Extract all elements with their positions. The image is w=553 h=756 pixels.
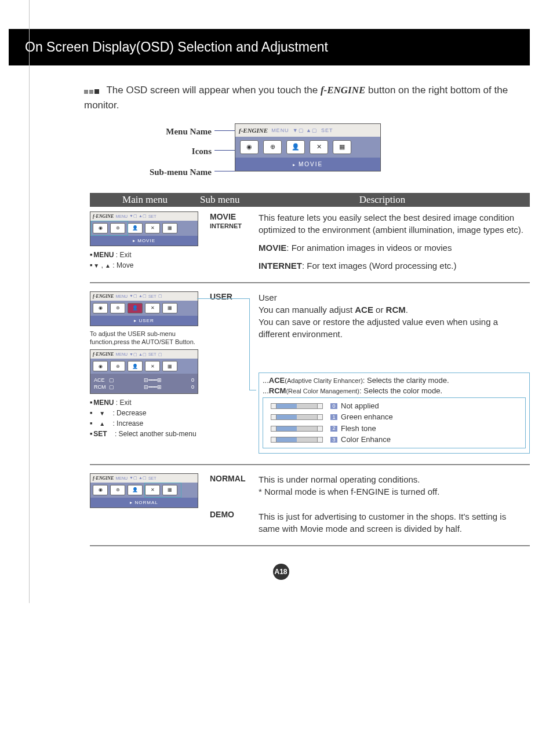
connector-line [214,171,235,171]
desc-movie-t: : For animation images in videos or movi… [286,243,452,253]
intro-text: The OSD screen will appear when you touc… [84,83,530,113]
demo-icon: ▦ [333,140,351,154]
connector-line [214,150,235,151]
header-sub: Sub menu [200,194,281,206]
desc-movie-internet: This feature lets you easily select the … [259,211,530,236]
desc-internet-t: : For text images (Word processing etc.) [302,261,456,271]
divider [90,464,530,465]
user-icon: 👤 [286,140,305,154]
header-main: Main menu [90,194,200,206]
user-line2: You can save or restore the adjusted val… [259,316,530,340]
connector-line [197,298,249,299]
desc-movie-b: MOVIE [259,243,286,253]
desc-normal-note: * Normal mode is when f-ENGINE is turned… [259,485,530,498]
bullet-squares [84,83,100,98]
user-line1: You can manually adjust ACE or RCM. [259,304,530,316]
table-header: Main menu Sub menu Description [90,193,530,207]
sub-normal: NORMAL [210,473,252,484]
controls-legend-user: MENU : Exit : Decrease : Increase SET : … [90,397,203,439]
section-user: f-ENGINEMENU▼▢ ▲▢SET▢ ◉⊕👤✕▦ ▸ USER To ad… [90,291,530,454]
section-normal: f-ENGINEMENU▼▢ ▲▢SET ◉⊕👤✕▦ ▸ NORMAL NORM… [90,473,530,535]
normal-icon: ✕ [310,140,328,154]
label-menu-name: Menu Name [113,127,212,137]
intro-p1: The OSD screen will appear when you touc… [106,85,320,96]
osd-brand: f-ENGINE [239,127,268,134]
osd-tag-set: SET [321,127,333,133]
sub-movie: MOVIE [210,211,252,222]
osd-icon-row: ◉ ⊕ 👤 ✕ ▦ [235,137,380,158]
movie-icon: ◉ [240,140,259,154]
osd-mini-ace-rcm: f-ENGINEMENU▼▢ ▲▢SET▢ ◉⊕👤✕▦ ACE▢⊟━━━⊞0 R… [90,349,198,394]
user-adjust-note: To adjust the USER sub-menu function,pre… [90,330,203,346]
sub-demo: DEMO [210,509,252,520]
desc-internet-b: INTERNET [259,261,302,271]
header-desc: Description [281,194,530,206]
page-title: On Screen Display(OSD) Selection and Adj… [9,29,530,65]
divider [90,282,530,283]
label-sub-menu-name: Sub-menu Name [113,167,212,177]
rcm-options: 0Not applied 1Green enhance 2Flesh tone … [263,397,526,448]
osd-top-bar: f-ENGINE MENU ▼▢ ▲▢ SET [235,124,380,137]
user-title: User [259,291,530,304]
desc-normal: This is under normal operating condition… [259,473,530,485]
connector-line [214,130,235,131]
connector-line [249,390,256,390]
fengine-logo-text: f-ENGINE [321,85,365,96]
connector-line [249,298,250,390]
vertical-rule [29,0,30,603]
label-icons: Icons [113,147,212,156]
controls-legend: MENU : Exit , : Move [90,250,203,271]
osd-sub-label: ▸ MOVIE [235,158,380,171]
desc-demo: This is just for advertising to customer… [259,510,530,535]
osd-tag-menu: MENU [271,127,289,133]
osd-diagram: Menu Name Icons Sub-menu Name f-ENGINE M… [113,123,530,181]
osd-mini-user: f-ENGINEMENU▼▢ ▲▢SET▢ ◉⊕👤✕▦ ▸ USER [90,291,198,326]
highlight-box [144,483,181,498]
sub-internet: INTERNET [210,222,252,230]
osd-box-large: f-ENGINE MENU ▼▢ ▲▢ SET ◉ ⊕ 👤 ✕ ▦ ▸ MOVI… [235,123,381,171]
ace-rcm-box: ...ACE(Adaptive Clarity Enhancer): Selec… [259,372,530,454]
section-movie: f-ENGINEMENU▼▢ ▲▢SET ◉⊕👤✕▦ ▸ MOVIE MENU … [90,211,530,272]
sub-user: USER [210,291,252,302]
divider [90,545,530,546]
highlight-box [91,221,128,236]
page-number: A18 [273,564,289,580]
internet-icon: ⊕ [263,140,282,154]
